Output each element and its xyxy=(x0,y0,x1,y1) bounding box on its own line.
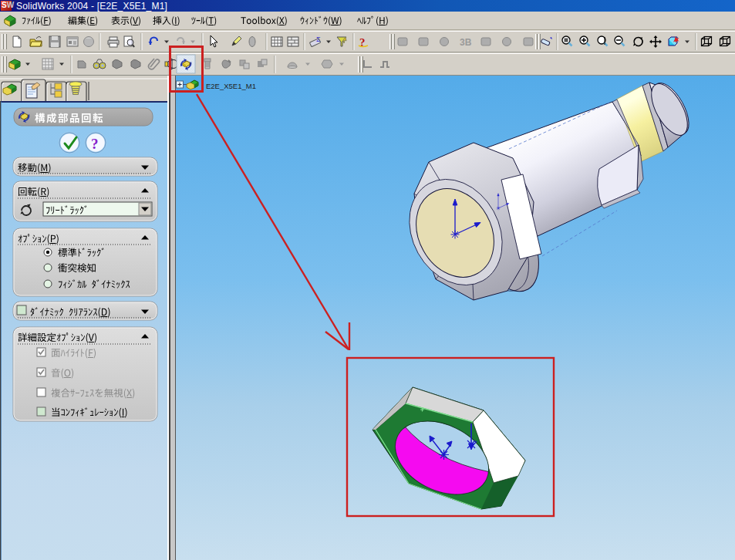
svg-text:E2E_X5E1_M1: E2E_X5E1_M1 xyxy=(206,82,256,90)
